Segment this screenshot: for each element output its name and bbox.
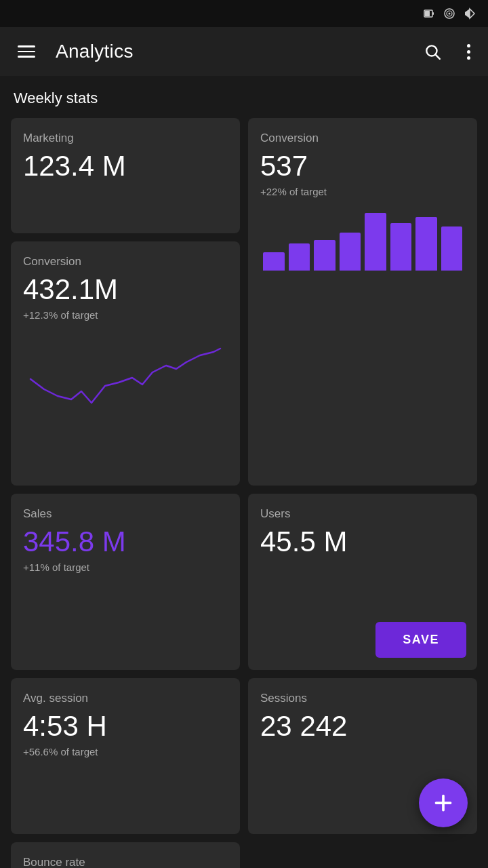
content-area: Weekly stats Marketing 123.4 M Conversio… [0,76,488,868]
conversion-right-value: 537 [260,151,465,182]
avg-session-target: +56.6% of target [23,746,228,757]
sessions-label: Sessions [260,692,465,705]
avg-session-label: Avg. session [23,692,228,705]
conversion-left-target: +12.3% of target [23,309,228,321]
svg-point-5 [449,13,451,15]
svg-marker-6 [465,9,470,18]
conversion-right-card: Conversion 537 +22% of target [248,118,477,486]
add-icon [431,791,455,815]
add-fab-button[interactable] [419,778,468,827]
sales-card: Sales 345.8 M +11% of target [11,494,240,670]
battery-icon [423,7,435,20]
bar-8 [441,226,463,271]
sales-target: +11% of target [23,561,228,573]
menu-button[interactable] [14,41,39,62]
conversion-line-chart [23,332,228,406]
bounce-rate-card: Bounce rate 12% [11,842,240,868]
users-label: Users [260,507,465,521]
volume-icon [464,7,476,20]
signal-icon [443,7,455,20]
conversion-bar-chart [260,210,465,271]
conversion-right-label: Conversion [260,132,465,145]
svg-rect-1 [425,11,430,16]
bar-7 [415,217,437,271]
marketing-label: Marketing [23,132,228,145]
bar-1 [263,252,285,271]
sessions-value: 23 242 [260,711,465,742]
search-button[interactable] [418,37,447,66]
avg-session-card: Avg. session 4:53 H +56.6% of target [11,678,240,834]
app-bar: Analytics [0,27,488,76]
section-title: Weekly stats [14,90,477,107]
avg-session-value: 4:53 H [23,711,228,742]
bar-2 [289,243,310,271]
more-options-button[interactable] [463,40,474,64]
conversion-left-card: Conversion 432.1M +12.3% of target [11,241,240,486]
cards-grid: Marketing 123.4 M Conversion 537 +22% of… [11,118,477,868]
conversion-left-label: Conversion [23,255,228,269]
conversion-left-value: 432.1M [23,274,228,305]
page-title: Analytics [56,41,402,62]
bounce-rate-label: Bounce rate [23,856,228,868]
marketing-value: 123.4 M [23,151,228,182]
svg-line-9 [436,55,440,59]
bar-6 [390,223,412,271]
status-bar [0,0,488,27]
svg-rect-2 [432,12,434,15]
sales-label: Sales [23,507,228,521]
bar-3 [314,240,336,271]
users-value: 45.5 M [260,526,465,557]
save-button[interactable]: SAVE [375,622,466,658]
users-card: Users 45.5 M SAVE [248,494,477,670]
bar-4 [340,233,361,271]
bar-5 [365,213,386,271]
svg-marker-7 [470,9,474,18]
marketing-card: Marketing 123.4 M [11,118,240,233]
conversion-right-target: +22% of target [260,186,465,197]
sales-value: 345.8 M [23,526,228,557]
